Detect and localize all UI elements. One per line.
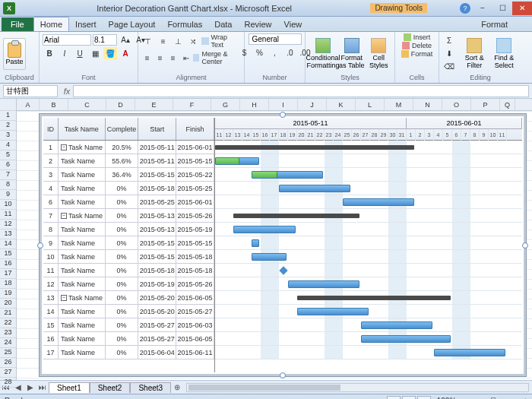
horizontal-scrollbar[interactable] <box>186 383 529 392</box>
row-header[interactable]: 20 <box>0 299 16 309</box>
tab-page-layout[interactable]: Page Layout <box>103 17 162 31</box>
row-header[interactable]: 8 <box>0 180 16 190</box>
tab-formulas[interactable]: Formulas <box>161 17 208 31</box>
name-box[interactable] <box>3 85 58 97</box>
row-header[interactable]: 26 <box>0 358 16 368</box>
inc-decimal-icon[interactable]: .0 <box>283 46 297 59</box>
task-row[interactable]: 4Task Name0%2015-05-182015-05-25 <box>43 182 214 195</box>
normal-view-button[interactable] <box>387 396 401 400</box>
task-row[interactable]: 12Task Name0%2015-05-192015-05-26 <box>43 277 214 291</box>
column-header[interactable]: Q <box>500 99 515 110</box>
paste-button[interactable]: Paste <box>3 38 26 70</box>
row-header[interactable]: 15 <box>0 249 16 259</box>
task-bar[interactable] <box>361 321 432 329</box>
row-header[interactable]: 10 <box>0 200 16 210</box>
row-header[interactable]: 2 <box>0 121 16 131</box>
percent-icon[interactable]: % <box>253 46 267 59</box>
row-header[interactable]: 11 <box>0 210 16 220</box>
task-row[interactable]: 9Task Name0%2015-05-152015-05-15 <box>43 236 214 250</box>
task-bar[interactable] <box>252 239 259 247</box>
row-header[interactable]: 22 <box>0 318 16 328</box>
row-header[interactable]: 7 <box>0 170 16 180</box>
row-header[interactable]: 18 <box>0 279 16 289</box>
font-name-input[interactable] <box>43 34 91 46</box>
align-right-icon[interactable]: ≡ <box>167 52 179 64</box>
task-row[interactable]: 13−Task Name0%2015-05-202015-06-05 <box>43 291 214 305</box>
tab-review[interactable]: Review <box>238 17 277 31</box>
column-header[interactable]: I <box>269 99 298 110</box>
formula-input[interactable] <box>73 85 529 97</box>
column-header[interactable]: O <box>442 99 471 110</box>
resize-handle-e[interactable] <box>522 242 528 249</box>
row-header[interactable]: 4 <box>0 141 16 150</box>
wrap-text-button[interactable]: Wrap Text <box>201 33 241 49</box>
row-header[interactable]: 14 <box>0 239 16 249</box>
resize-handle-n[interactable] <box>280 112 286 118</box>
row-header[interactable]: 13 <box>0 230 16 239</box>
task-row[interactable]: 17Task Name0%2015-06-042015-06-11 <box>43 346 214 359</box>
row-header[interactable]: 16 <box>0 259 16 269</box>
tab-view[interactable]: View <box>278 17 309 31</box>
gantt-chart-object[interactable]: ID Task Name Complete Start Finish 1−Tas… <box>40 114 526 376</box>
sheet-tab-3[interactable]: Sheet3 <box>130 382 171 393</box>
fx-icon[interactable]: fx <box>61 87 73 96</box>
task-bar[interactable] <box>343 198 414 206</box>
format-as-table-button[interactable]: Format as Table <box>339 37 365 71</box>
column-header[interactable]: P <box>471 99 500 110</box>
task-row[interactable]: 8Task Name0%2015-05-132015-05-19 <box>43 223 214 236</box>
align-center-icon[interactable]: ≡ <box>154 52 166 64</box>
find-select-button[interactable]: Find & Select <box>490 37 518 71</box>
task-bar[interactable] <box>288 280 359 288</box>
row-header[interactable]: 12 <box>0 220 16 230</box>
column-header[interactable]: E <box>135 99 173 110</box>
column-header[interactable]: H <box>240 99 269 110</box>
conditional-formatting-button[interactable]: Conditional Formatting <box>309 37 337 71</box>
maximize-button[interactable]: ☐ <box>492 2 512 15</box>
task-row[interactable]: 1−Task Name20.5%2015-05-112015-06-01 <box>43 141 214 154</box>
tab-insert[interactable]: Insert <box>69 17 103 31</box>
task-row[interactable]: 3Task Name36.4%2015-05-152015-05-22 <box>43 168 214 182</box>
tab-nav-last[interactable]: ⏭ <box>36 383 49 391</box>
row-header[interactable]: 9 <box>0 190 16 200</box>
row-header[interactable]: 24 <box>0 338 16 348</box>
delete-cells-button[interactable]: Delete <box>402 42 432 49</box>
task-bar[interactable] <box>434 349 505 356</box>
column-header[interactable]: G <box>211 99 240 110</box>
column-header[interactable]: D <box>106 99 135 110</box>
page-break-view-button[interactable] <box>417 396 431 400</box>
task-bar[interactable] <box>252 171 323 179</box>
align-top-icon[interactable]: ⊤ <box>141 35 155 47</box>
column-header[interactable]: L <box>356 99 385 110</box>
sheet-tab-2[interactable]: Sheet2 <box>90 382 131 393</box>
align-bot-icon[interactable]: ⊥ <box>171 35 185 47</box>
border-button[interactable]: ▦ <box>88 47 102 59</box>
row-header[interactable]: 3 <box>0 131 16 141</box>
resize-handle-w[interactable] <box>37 242 43 249</box>
row-header[interactable]: 1 <box>0 111 16 121</box>
autosum-icon[interactable]: Σ <box>442 35 456 47</box>
task-row[interactable]: 14Task Name0%2015-05-202015-05-27 <box>43 305 214 318</box>
column-header[interactable]: A <box>17 99 40 110</box>
minimize-button[interactable]: − <box>473 2 492 15</box>
bold-button[interactable]: B <box>43 47 56 59</box>
close-button[interactable]: ✕ <box>512 2 532 15</box>
task-bar[interactable] <box>361 335 451 343</box>
font-color-button[interactable]: A <box>119 47 132 59</box>
row-header[interactable]: 6 <box>0 160 16 170</box>
number-format-select[interactable] <box>249 33 302 45</box>
row-header[interactable]: 25 <box>0 348 16 358</box>
row-header[interactable]: 17 <box>0 269 16 279</box>
task-row[interactable]: 10Task Name0%2015-05-152015-05-18 <box>43 250 214 264</box>
tab-home[interactable]: Home <box>33 17 69 31</box>
row-header[interactable]: 27 <box>0 368 16 378</box>
tab-data[interactable]: Data <box>208 17 238 31</box>
task-bar[interactable] <box>233 226 296 233</box>
column-header[interactable]: F <box>173 99 211 110</box>
row-header[interactable]: 21 <box>0 309 16 318</box>
column-header[interactable]: K <box>327 99 356 110</box>
help-icon[interactable]: ? <box>460 3 470 14</box>
align-left-icon[interactable]: ≡ <box>141 52 153 64</box>
milestone-icon[interactable] <box>279 266 287 274</box>
column-header[interactable]: J <box>298 99 327 110</box>
task-row[interactable]: 11Task Name0%2015-05-182015-05-18 <box>43 264 214 277</box>
